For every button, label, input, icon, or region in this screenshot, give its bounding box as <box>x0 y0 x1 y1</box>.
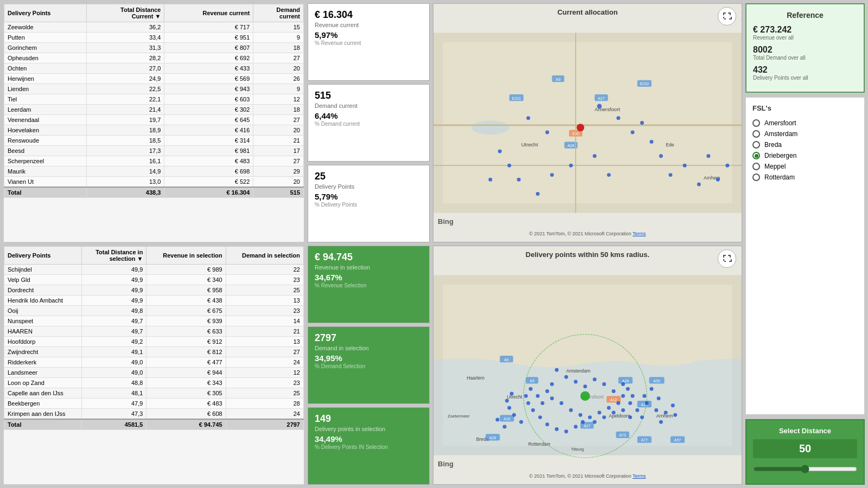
table-cell: Loon op Zand <box>4 378 82 388</box>
table-total-row: Total4581,5€ 94.7452797 <box>4 419 304 430</box>
bottom-map-expand-button[interactable] <box>718 249 736 268</box>
fsl-radio[interactable] <box>752 152 760 159</box>
fsl-radio[interactable] <box>752 119 760 127</box>
table-row[interactable]: Hendrik Ido Ambacht49,9€ 43813 <box>4 296 304 306</box>
table-row[interactable]: Opheusden28,2€ 69227 <box>4 53 304 63</box>
table-cell: 18 <box>253 43 304 53</box>
table-row[interactable]: Putten33,4€ 9519 <box>4 33 304 43</box>
table-row[interactable]: Maurik14,9€ 69829 <box>4 166 304 177</box>
svg-text:Bing: Bing <box>438 460 454 468</box>
bottom-demand-pct: 34,95% <box>315 354 423 363</box>
bottom-map-copyright: © 2021 TomTom, © 2021 Microsoft Corporat… <box>433 473 742 479</box>
fsl-item[interactable]: Amsterdam <box>752 129 858 139</box>
fsl-card: FSL's AmersfoortAmsterdamBredaDriebergen… <box>745 97 865 415</box>
fsl-item[interactable]: Driebergen <box>752 150 858 161</box>
table-cell: Beekbergen <box>4 399 82 409</box>
table-cell: HAAREN <box>4 326 82 337</box>
top-table-scroll[interactable]: Delivery Points Total DistanceCurrent ▼ … <box>4 4 304 242</box>
table-cell: Hoofddorp <box>4 337 82 347</box>
table-cell: 49,0 <box>81 357 146 368</box>
svg-point-36 <box>550 173 554 177</box>
fsl-label: Meppel <box>764 163 786 170</box>
table-row[interactable]: Schijndel49,9€ 98922 <box>4 265 304 275</box>
table-cell: 22 <box>226 265 303 275</box>
table-cell: € 522 <box>164 177 253 188</box>
table-row[interactable]: Loon op Zand48,8€ 34323 <box>4 378 304 388</box>
fsl-radio[interactable] <box>752 141 760 149</box>
fsl-radio[interactable] <box>752 130 760 138</box>
svg-point-108 <box>526 401 530 405</box>
bottom-table-scroll[interactable]: Delivery Points Total Distance inselecti… <box>4 246 304 484</box>
table-row[interactable]: Renswoude18,5€ 31421 <box>4 136 304 146</box>
table-row[interactable]: Ooij49,8€ 67523 <box>4 306 304 316</box>
table-row[interactable]: Zeewolde36,2€ 71715 <box>4 22 304 33</box>
table-row[interactable]: Zwijndrecht49,1€ 81227 <box>4 347 304 357</box>
table-row[interactable]: Leerdam21,4€ 30218 <box>4 105 304 115</box>
table-row[interactable]: Hoevelaken18,9€ 41620 <box>4 125 304 136</box>
table-row[interactable]: Beekbergen47,9€ 48328 <box>4 399 304 409</box>
svg-point-129 <box>649 387 653 391</box>
table-cell: Ooij <box>4 306 82 316</box>
bottom-revenue-pct-label: % Revenue Selection <box>315 282 423 288</box>
table-row[interactable]: Velp Gld49,9€ 34023 <box>4 275 304 285</box>
col2-revenue: Revenue in selection <box>146 247 226 265</box>
top-map-terms-link[interactable]: Terms <box>633 231 646 236</box>
fsl-item[interactable]: Rotterdam <box>752 172 858 183</box>
table-cell: Velp Gld <box>4 275 82 285</box>
table-row[interactable]: Capelle aan den IJss48,1€ 30525 <box>4 388 304 399</box>
col-demand-current: Demandcurrent <box>253 4 304 22</box>
svg-point-41 <box>488 178 492 182</box>
right-panel: Reference € 273.242 Revenue over all 800… <box>745 3 865 485</box>
svg-point-27 <box>649 140 653 144</box>
table-cell: Opheusden <box>4 53 87 63</box>
top-map-expand-button[interactable] <box>718 7 736 25</box>
svg-point-3 <box>471 120 509 134</box>
table-row[interactable]: Vianen Ut13,0€ 52220 <box>4 177 304 188</box>
table-row[interactable]: Nunspeet49,7€ 93914 <box>4 316 304 326</box>
table-row[interactable]: Scherpenzeel16,1€ 48327 <box>4 156 304 166</box>
table-cell: 23 <box>226 378 303 388</box>
svg-point-90 <box>593 377 597 381</box>
table-cell: 15 <box>253 22 304 33</box>
table-row[interactable]: Ochten27,0€ 43320 <box>4 63 304 74</box>
table-row[interactable]: Herwijnen24,9€ 56926 <box>4 74 304 84</box>
fsl-label: Rotterdam <box>764 174 795 181</box>
svg-point-24 <box>597 104 602 109</box>
table-row[interactable]: Gorinchem31,3€ 80718 <box>4 43 304 53</box>
svg-text:Zoetermeer: Zoetermeer <box>448 414 470 419</box>
svg-point-101 <box>550 396 554 400</box>
svg-text:A50: A50 <box>653 379 660 383</box>
fsl-radio[interactable] <box>752 174 760 181</box>
svg-point-125 <box>635 408 639 412</box>
table-row[interactable]: Beesd17,3€ 98117 <box>4 146 304 156</box>
table-row[interactable]: HAAREN49,7€ 63321 <box>4 326 304 337</box>
table-row[interactable]: Veenendaal19,7€ 64527 <box>4 115 304 125</box>
table-row[interactable]: Tiel22,1€ 60312 <box>4 94 304 105</box>
fsl-item[interactable]: Meppel <box>752 161 858 172</box>
table-cell: 14,9 <box>86 166 164 177</box>
distance-slider[interactable] <box>753 465 857 473</box>
table-row[interactable]: Krimpen aan den IJss47,3€ 60824 <box>4 409 304 420</box>
top-stats-section: € 16.304 Revenue current 5,97% % Revenue… <box>308 3 430 242</box>
svg-point-35 <box>569 164 573 168</box>
svg-point-34 <box>607 173 611 177</box>
reference-demand-value: 8002 <box>753 45 857 55</box>
table-row[interactable]: Dordrecht49,9€ 95825 <box>4 285 304 296</box>
table-cell: € 416 <box>164 125 253 136</box>
top-revenue-pct-label: % Revenue current <box>315 40 423 46</box>
svg-point-142 <box>495 418 499 421</box>
svg-point-28 <box>659 154 663 158</box>
bottom-map-terms-link[interactable]: Terms <box>633 473 646 479</box>
table-cell: Lienden <box>4 84 87 94</box>
fsl-radio[interactable] <box>752 163 760 170</box>
fsl-item[interactable]: Breda <box>752 139 858 150</box>
svg-point-37 <box>536 192 540 196</box>
table-cell: Ochten <box>4 63 87 74</box>
table-row[interactable]: Lienden22,5€ 9439 <box>4 84 304 94</box>
table-row[interactable]: Landsmeer49,0€ 94412 <box>4 368 304 378</box>
fsl-item[interactable]: Amersfoort <box>752 118 858 129</box>
svg-text:A16: A16 <box>503 417 510 421</box>
table-row[interactable]: Ridderkerk49,0€ 47724 <box>4 357 304 368</box>
table-row[interactable]: Hoofddorp49,2€ 91213 <box>4 337 304 347</box>
table-cell: 36,2 <box>86 22 164 33</box>
